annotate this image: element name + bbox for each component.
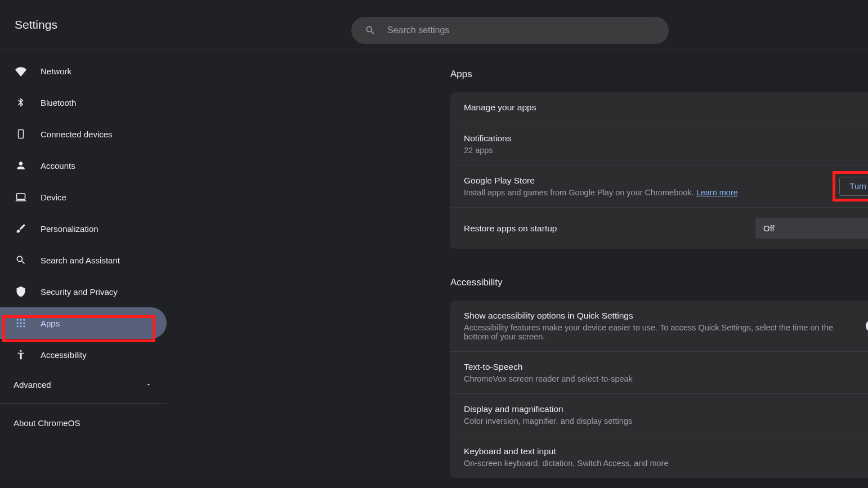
row-text-to-speech[interactable]: Text-to-Speech ChromeVox screen reader a… bbox=[450, 352, 868, 394]
sidebar-advanced-toggle[interactable]: Advanced bbox=[0, 370, 167, 399]
sidebar-item-accounts[interactable]: Accounts bbox=[0, 150, 167, 181]
laptop-icon bbox=[15, 191, 27, 203]
chevron-down-icon bbox=[145, 381, 152, 388]
row-subtitle: On-screen keyboard, dictation, Switch Ac… bbox=[464, 459, 868, 468]
row-restore-apps: Restore apps on startup Off bbox=[450, 208, 868, 249]
about-label: About ChromeOS bbox=[14, 418, 80, 428]
play-sub-text: Install apps and games from Google Play … bbox=[464, 188, 696, 197]
svg-point-11 bbox=[23, 325, 25, 327]
svg-rect-1 bbox=[17, 194, 25, 199]
phone-icon bbox=[15, 128, 27, 140]
brush-icon bbox=[15, 222, 27, 235]
row-notifications[interactable]: Notifications 22 apps bbox=[450, 123, 868, 165]
svg-point-5 bbox=[23, 319, 25, 321]
select-value: Off bbox=[763, 223, 775, 233]
person-icon bbox=[15, 159, 27, 172]
sidebar-item-label: Search and Assistant bbox=[41, 256, 120, 265]
apps-grid-icon bbox=[15, 317, 27, 329]
sidebar-item-security[interactable]: Security and Privacy bbox=[0, 276, 167, 307]
sidebar-item-label: Bluetooth bbox=[41, 98, 76, 108]
main-content: Apps Manage your apps Notifications 22 a… bbox=[167, 50, 868, 488]
section-title-accessibility: Accessibility bbox=[450, 277, 868, 288]
learn-more-link[interactable]: Learn more bbox=[696, 188, 738, 197]
section-title-apps: Apps bbox=[450, 69, 868, 80]
sidebar-item-personalization[interactable]: Personalization bbox=[0, 213, 167, 244]
topbar: Settings bbox=[0, 0, 868, 50]
row-manage-apps[interactable]: Manage your apps bbox=[450, 92, 868, 123]
accessibility-icon bbox=[15, 348, 27, 361]
svg-point-10 bbox=[20, 325, 21, 327]
sidebar-item-search-assistant[interactable]: Search and Assistant bbox=[0, 244, 167, 276]
svg-rect-0 bbox=[19, 130, 24, 138]
sidebar-item-label: Security and Privacy bbox=[41, 287, 118, 297]
sidebar-item-device[interactable]: Device bbox=[0, 181, 167, 213]
sidebar-separator bbox=[0, 403, 167, 404]
svg-point-7 bbox=[20, 322, 21, 324]
sidebar-item-label: Device bbox=[41, 192, 66, 202]
search-input[interactable] bbox=[387, 25, 655, 35]
sidebar-item-bluetooth[interactable]: Bluetooth bbox=[0, 87, 167, 118]
row-title: Manage your apps bbox=[464, 102, 868, 113]
search-icon bbox=[15, 254, 27, 266]
turn-on-button[interactable]: Turn on bbox=[839, 177, 868, 196]
row-title: Restore apps on startup bbox=[464, 223, 748, 234]
svg-point-4 bbox=[20, 319, 21, 321]
sidebar-about-chromeos[interactable]: About ChromeOS bbox=[0, 408, 167, 428]
advanced-label: Advanced bbox=[14, 380, 51, 389]
row-display-magnification[interactable]: Display and magnification Color inversio… bbox=[450, 394, 868, 436]
row-title: Show accessibility options in Quick Sett… bbox=[464, 311, 859, 321]
sidebar-item-label: Network bbox=[41, 66, 71, 76]
sidebar-item-network[interactable]: Network bbox=[0, 55, 167, 87]
svg-point-6 bbox=[17, 322, 19, 324]
row-title: Text-to-Speech bbox=[464, 362, 868, 372]
row-google-play-store: Google Play Store Install apps and games… bbox=[450, 165, 868, 208]
wifi-icon bbox=[15, 65, 27, 77]
sidebar-item-label: Connected devices bbox=[41, 129, 113, 139]
row-subtitle: Color inversion, magnifier, and display … bbox=[464, 417, 868, 426]
row-title: Keyboard and text input bbox=[464, 446, 868, 456]
sidebar-item-label: Personalization bbox=[41, 224, 99, 234]
shield-icon bbox=[15, 285, 27, 298]
bluetooth-icon bbox=[15, 96, 27, 109]
svg-point-3 bbox=[17, 319, 19, 321]
row-title: Notifications bbox=[464, 133, 868, 144]
row-subtitle: Install apps and games from Google Play … bbox=[464, 188, 831, 197]
search-icon bbox=[365, 25, 376, 36]
search-field[interactable] bbox=[351, 17, 669, 44]
sidebar-item-label: Accounts bbox=[41, 161, 75, 171]
row-subtitle: ChromeVox screen reader and select-to-sp… bbox=[464, 374, 868, 383]
row-subtitle: 22 apps bbox=[464, 146, 868, 155]
apps-card: Manage your apps Notifications 22 apps G… bbox=[450, 92, 868, 249]
svg-point-12 bbox=[20, 350, 21, 352]
sidebar-item-connected-devices[interactable]: Connected devices bbox=[0, 118, 167, 150]
sidebar-item-label: Accessibility bbox=[41, 350, 87, 360]
sidebar: Network Bluetooth Connected devices Acco… bbox=[0, 50, 167, 488]
row-keyboard-text-input[interactable]: Keyboard and text input On-screen keyboa… bbox=[450, 436, 868, 478]
row-title: Google Play Store bbox=[464, 176, 831, 186]
accessibility-card: Show accessibility options in Quick Sett… bbox=[450, 301, 868, 478]
page-title: Settings bbox=[15, 18, 57, 32]
sidebar-item-apps[interactable]: Apps bbox=[0, 307, 167, 339]
svg-point-9 bbox=[17, 325, 19, 327]
row-show-accessibility-quick: Show accessibility options in Quick Sett… bbox=[450, 301, 868, 352]
sidebar-item-label: Apps bbox=[41, 319, 60, 328]
svg-point-8 bbox=[23, 322, 25, 324]
row-subtitle: Accessibility features make your device … bbox=[464, 323, 859, 341]
sidebar-item-accessibility[interactable]: Accessibility bbox=[0, 339, 167, 370]
restore-apps-select[interactable]: Off bbox=[755, 218, 868, 239]
row-title: Display and magnification bbox=[464, 404, 868, 414]
